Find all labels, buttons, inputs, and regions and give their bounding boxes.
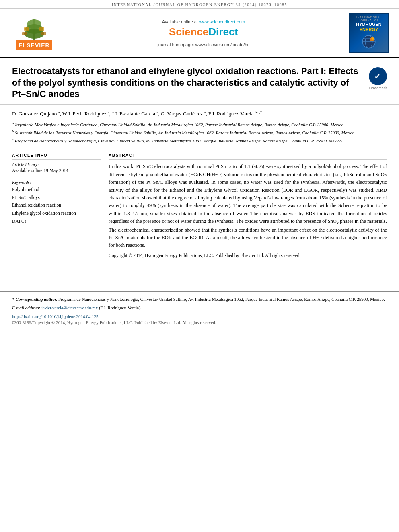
article-title-area: Electrocatalysts for ethanol and ethylen… bbox=[0, 58, 399, 105]
email-note: E-mail address: javier.varela@cinvestav.… bbox=[12, 304, 387, 311]
keyword-4: Ethylene glycol oxidation reaction bbox=[12, 210, 101, 218]
keyword-5: DAFCs bbox=[12, 218, 101, 226]
journal-header-bar: INTERNATIONAL JOURNAL OF HYDROGEN ENERGY… bbox=[0, 0, 399, 9]
footer-section: * Corresponding author. Programa de Nano… bbox=[0, 291, 399, 329]
doi-line: http://dx.doi.org/10.1016/j.ijhydene.201… bbox=[12, 314, 387, 319]
affiliation-b: b Sustentabilidad de los Recursos Natura… bbox=[12, 129, 387, 136]
hydrogen-energy-logo: International Journal of HYDROGENENERGY bbox=[347, 13, 391, 53]
article-info-panel: ARTICLE INFO Article history: Available … bbox=[12, 153, 101, 261]
svg-text:✓: ✓ bbox=[374, 72, 381, 81]
journal-header: ELSEVIER Available online at www.science… bbox=[0, 9, 399, 58]
corresponding-author-note: * Corresponding author. Programa de Nano… bbox=[12, 296, 387, 303]
main-content-area: ARTICLE INFO Article history: Available … bbox=[0, 148, 399, 267]
journal-citation: INTERNATIONAL JOURNAL OF HYDROGEN ENERGY… bbox=[112, 2, 287, 7]
keywords-label: Keywords: bbox=[12, 180, 101, 185]
journal-homepage-text: journal homepage: www.elsevier.com/locat… bbox=[157, 42, 249, 47]
email-address: javier.varela@cinvestav.edu.mx bbox=[41, 305, 98, 310]
article-history-label: Article history: bbox=[12, 162, 101, 167]
article-info-heading: ARTICLE INFO bbox=[12, 153, 101, 160]
crossmark-badge: ✓ CrossMark bbox=[369, 67, 387, 90]
affiliations: a Ingeniería Metalúrgica e Ingeniería Ce… bbox=[12, 121, 387, 144]
svg-rect-8 bbox=[22, 32, 27, 35]
abstract-body: In this work, Pt–Sn/C electrocatalysts w… bbox=[109, 163, 387, 259]
abstract-section: ABSTRACT In this work, Pt–Sn/C electroca… bbox=[109, 153, 387, 261]
article-available-online: Available online 19 May 2014 bbox=[12, 168, 101, 173]
keyword-1: Polyol method bbox=[12, 186, 101, 194]
keyword-2: Pt–Sn/C alloys bbox=[12, 194, 101, 202]
center-header: Available online at www.sciencedirect.co… bbox=[64, 13, 343, 53]
article-title-container: Electrocatalysts for ethanol and ethylen… bbox=[12, 66, 365, 100]
elsevier-logo: ELSEVIER bbox=[8, 13, 60, 53]
svg-rect-7 bbox=[39, 27, 44, 31]
he-badge: International Journal of HYDROGENENERGY bbox=[349, 13, 389, 53]
abstract-heading: ABSTRACT bbox=[109, 153, 387, 160]
sciencedirect-logo: ScienceDirect bbox=[169, 26, 238, 38]
svg-rect-9 bbox=[41, 32, 46, 35]
sciencedirect-url: www.sciencedirect.com bbox=[199, 19, 245, 24]
issn-line: 0360-3199/Copyright © 2014, Hydrogen Ene… bbox=[12, 320, 387, 325]
crossmark-circle: ✓ bbox=[369, 67, 387, 85]
authors-section: D. González-Quijano a, W.J. Pech-Rodrígu… bbox=[0, 105, 399, 149]
doi-link[interactable]: http://dx.doi.org/10.1016/j.ijhydene.201… bbox=[12, 314, 99, 319]
keyword-3: Ethanol oxidation reaction bbox=[12, 201, 101, 210]
affiliation-a: a Ingeniería Metalúrgica e Ingeniería Ce… bbox=[12, 121, 387, 128]
available-online-text: Available online at www.sciencedirect.co… bbox=[162, 19, 245, 24]
svg-point-16 bbox=[372, 37, 374, 40]
svg-rect-6 bbox=[24, 27, 29, 31]
copyright-text: Copyright © 2014, Hydrogen Energy Public… bbox=[109, 252, 387, 259]
email-person: (F.J. Rodríguez-Varela). bbox=[99, 305, 141, 310]
keywords-list: Polyol method Pt–Sn/C alloys Ethanol oxi… bbox=[12, 186, 101, 225]
affiliation-c: c Programa de Nanociencias y Nanotecnolo… bbox=[12, 137, 387, 144]
svg-text:ELSEVIER: ELSEVIER bbox=[19, 42, 49, 49]
corresponding-address: Programa de Nanociencias y Nanotecnologí… bbox=[58, 297, 385, 302]
article-title: Electrocatalysts for ethanol and ethylen… bbox=[12, 66, 365, 100]
authors-line: D. González-Quijano a, W.J. Pech-Rodrígu… bbox=[12, 109, 387, 118]
